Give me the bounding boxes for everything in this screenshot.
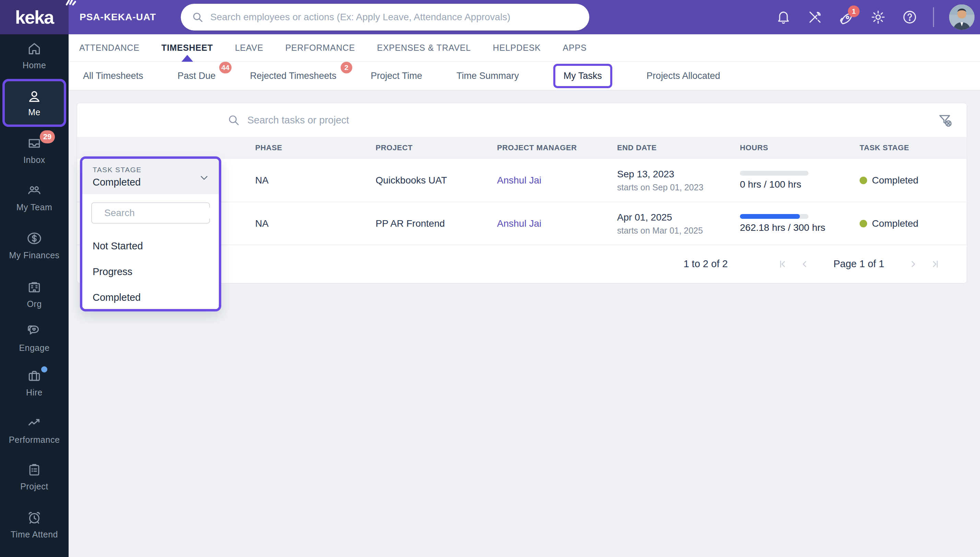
home-icon <box>27 41 42 56</box>
cell-task-stage: Completed <box>860 218 918 229</box>
keka-logo-text: keka <box>15 7 54 28</box>
cell-project-manager-link[interactable]: Anshul Jai <box>497 218 541 229</box>
first-page-button[interactable] <box>775 257 790 272</box>
tasks-table-header: PHASE PROJECT PROJECT MANAGER END DATE H… <box>77 137 967 159</box>
settings-gear-icon[interactable] <box>870 9 886 25</box>
rejected-count-badge: 2 <box>340 62 352 73</box>
search-icon <box>228 114 240 126</box>
option-not-started[interactable]: Not Started <box>82 233 219 259</box>
tab-helpdesk[interactable]: HELPDESK <box>493 34 541 61</box>
cell-end-date: Apr 01, 2025 starts on Mar 01, 2025 <box>617 212 703 235</box>
trend-up-icon <box>26 415 42 431</box>
cell-start-note: starts on Sep 01, 2023 <box>617 182 703 192</box>
option-completed[interactable]: Completed <box>82 285 219 310</box>
announcements-rocket-icon[interactable]: 1 <box>838 9 855 25</box>
pagination-range: 1 to 2 of 2 <box>684 258 728 270</box>
tab-timesheet[interactable]: TIMESHEET <box>161 34 213 61</box>
hours-progress-bar <box>740 171 809 176</box>
cell-project: PP AR Frontend <box>376 218 445 229</box>
subtab-rejected-timesheets[interactable]: Rejected Timesheets 2 <box>250 71 337 81</box>
hire-notification-dot <box>41 366 47 373</box>
subtab-past-due[interactable]: Past Due 44 <box>178 71 216 81</box>
column-header-project-manager: PROJECT MANAGER <box>497 143 577 152</box>
cell-hours: 0 hrs / 100 hrs <box>740 171 809 190</box>
sidebar-item-org[interactable]: Org <box>0 280 68 313</box>
help-icon[interactable] <box>902 9 918 25</box>
task-stage-select[interactable]: TASK STAGE Completed <box>82 159 219 194</box>
user-icon <box>26 89 42 104</box>
previous-page-button[interactable] <box>797 257 812 272</box>
sidebar-item-hire[interactable]: Hire <box>0 368 68 401</box>
user-avatar[interactable] <box>949 5 975 30</box>
pagination-page: Page 1 of 1 <box>833 258 884 270</box>
sidebar-item-my-team[interactable]: My Team <box>0 182 68 215</box>
tab-attendance[interactable]: ATTENDANCE <box>79 34 140 61</box>
sidebar-item-time-attend[interactable]: Time Attend <box>0 510 68 542</box>
clear-filter-icon[interactable] <box>936 111 954 129</box>
column-header-hours: HOURS <box>740 143 768 152</box>
column-header-phase: PHASE <box>255 143 282 152</box>
cell-phase: NA <box>255 218 269 229</box>
keka-logo[interactable]: keka <box>0 0 68 34</box>
module-nav: ATTENDANCE TIMESHEET LEAVE PERFORMANCE E… <box>68 34 980 62</box>
cell-project-manager-link[interactable]: Anshul Jai <box>497 175 541 186</box>
sidebar-item-home[interactable]: Home <box>0 41 68 74</box>
chevron-down-icon <box>198 172 210 184</box>
main-area: ATTENDANCE TIMESHEET LEAVE PERFORMANCE E… <box>68 34 980 557</box>
header-divider <box>933 7 934 27</box>
next-page-button[interactable] <box>905 257 921 272</box>
cell-phase: NA <box>255 175 269 186</box>
sidebar: Home Me 29 Inbox My Team My Finances <box>0 34 68 557</box>
announcements-count-badge: 1 <box>848 5 860 17</box>
hours-progress-bar <box>740 214 809 219</box>
option-progress[interactable]: Progress <box>82 259 219 285</box>
task-stage-dropdown: TASK STAGE Completed Not Started Progres… <box>80 156 221 311</box>
tab-leave[interactable]: LEAVE <box>235 34 264 61</box>
chat-heart-icon <box>26 323 42 339</box>
top-header: keka PSA-KEKA-UAT 1 <box>0 0 980 34</box>
subtab-my-tasks[interactable]: My Tasks <box>553 64 612 88</box>
task-stage-selected-value: Completed <box>93 177 208 188</box>
tab-apps[interactable]: APPS <box>563 34 587 61</box>
tab-performance[interactable]: PERFORMANCE <box>285 34 355 61</box>
content-area: PHASE PROJECT PROJECT MANAGER END DATE H… <box>68 91 980 556</box>
task-stage-label: TASK STAGE <box>93 166 208 174</box>
column-header-end-date: END DATE <box>617 143 657 152</box>
sidebar-item-inbox[interactable]: 29 Inbox <box>0 136 68 169</box>
last-page-button[interactable] <box>928 257 943 272</box>
past-due-count-badge: 44 <box>219 62 231 73</box>
alarm-clock-icon <box>26 510 42 526</box>
subtab-projects-allocated[interactable]: Projects Allocated <box>646 71 720 81</box>
task-stage-options-panel: Not Started Progress Completed <box>82 194 219 310</box>
tasks-search-input[interactable] <box>247 114 522 126</box>
global-search-input[interactable] <box>210 11 578 23</box>
subtab-all-timesheets[interactable]: All Timesheets <box>83 71 143 81</box>
column-header-task-stage: TASK STAGE <box>860 143 909 152</box>
stage-status-dot <box>860 177 867 184</box>
team-icon <box>26 182 42 198</box>
sidebar-item-performance[interactable]: Performance <box>0 415 68 448</box>
subtab-project-time[interactable]: Project Time <box>371 71 422 81</box>
dropdown-search-box[interactable] <box>91 202 210 224</box>
inbox-count-badge: 29 <box>40 130 55 143</box>
clipboard-icon <box>27 463 42 477</box>
search-icon <box>192 11 203 23</box>
sidebar-item-my-finances[interactable]: My Finances <box>0 230 68 264</box>
timesheet-subnav: All Timesheets Past Due 44 Rejected Time… <box>68 62 980 91</box>
global-search[interactable] <box>181 4 589 31</box>
tools-icon[interactable] <box>807 9 823 25</box>
sidebar-item-me[interactable]: Me <box>2 79 66 127</box>
cell-hours: 262.18 hrs / 300 hrs <box>740 214 825 233</box>
column-header-project: PROJECT <box>376 143 413 152</box>
tab-expenses-travel[interactable]: EXPENSES & TRAVEL <box>377 34 471 61</box>
dropdown-search-input[interactable] <box>104 207 221 218</box>
sidebar-item-engage[interactable]: Engage <box>0 323 68 356</box>
environment-name: PSA-KEKA-UAT <box>80 0 156 34</box>
logo-spark-icon <box>64 0 78 7</box>
building-icon <box>27 280 42 295</box>
stage-status-dot <box>860 220 867 227</box>
notifications-bell-icon[interactable] <box>775 9 792 25</box>
subtab-time-summary[interactable]: Time Summary <box>457 71 519 81</box>
tasks-search-row <box>77 103 967 137</box>
sidebar-item-project[interactable]: Project <box>0 463 68 495</box>
